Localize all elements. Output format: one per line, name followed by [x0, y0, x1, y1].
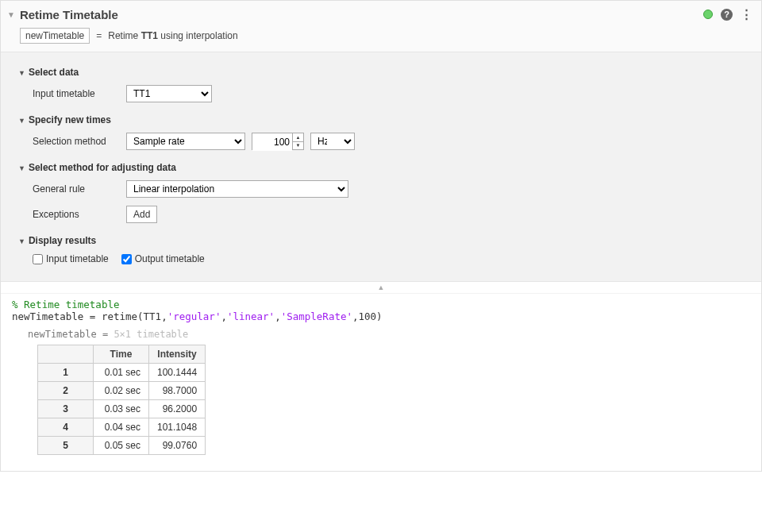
col-intensity: Intensity	[149, 345, 206, 364]
input-timetable-row: Input timetable TT1	[18, 81, 752, 106]
cell-time: 0.02 sec	[94, 382, 149, 400]
result-wrap: newTimetable = 5×1 timetable Time Intens…	[12, 322, 750, 461]
table-row: 40.04 sec101.1048	[38, 418, 206, 437]
result-table: Time Intensity 10.01 sec100.144420.02 se…	[37, 345, 206, 455]
table-header-row: Time Intensity	[38, 345, 206, 364]
chevron-down-icon: ▼	[18, 237, 25, 245]
summary-text: Retime TT1 using interpolation	[108, 30, 237, 41]
add-exception-button[interactable]: Add	[126, 206, 157, 223]
row-index: 3	[38, 400, 94, 418]
cell-intensity: 101.1048	[149, 418, 206, 437]
input-timetable-select[interactable]: TT1	[126, 85, 212, 102]
task-header: ▼ Retime Timetable ? ⋮	[1, 1, 761, 25]
chevron-down-icon: ▼	[18, 164, 25, 172]
section-specify-times-header[interactable]: ▼Specify new times	[18, 111, 752, 129]
cell-intensity: 96.2000	[149, 400, 206, 418]
header-actions: ? ⋮	[703, 7, 752, 21]
table-row: 30.03 sec96.2000	[38, 400, 206, 418]
result-header: newTimetable = 5×1 timetable	[26, 326, 750, 345]
output-variable-field[interactable]: newTimetable	[20, 28, 90, 44]
table-corner	[38, 345, 94, 364]
section-adjust-method: ▼Select method for adjusting data Genera…	[18, 159, 752, 227]
help-icon[interactable]: ?	[721, 9, 733, 21]
table-row: 10.01 sec100.1444	[38, 364, 206, 382]
row-index: 5	[38, 437, 94, 455]
cell-time: 0.04 sec	[94, 418, 149, 437]
spinner-up-icon[interactable]: ▲	[293, 133, 303, 142]
table-row: 20.02 sec98.7000	[38, 382, 206, 400]
input-timetable-checkbox-input[interactable]	[33, 254, 43, 264]
cell-intensity: 98.7000	[149, 382, 206, 400]
rate-unit-select[interactable]: Hz	[310, 133, 355, 150]
section-specify-times: ▼Specify new times Selection method Samp…	[18, 111, 752, 154]
output-timetable-checkbox-input[interactable]	[121, 254, 132, 264]
row-index: 1	[38, 364, 94, 382]
general-rule-select[interactable]: Linear interpolation	[126, 180, 348, 198]
selection-method-row: Selection method Sample rate ▲ ▼ Hz	[18, 129, 752, 154]
task-title: Retime Timetable	[20, 8, 703, 21]
code-comment: % Retime timetable	[12, 299, 119, 310]
row-index: 2	[38, 382, 94, 400]
spinner-down-icon[interactable]: ▼	[293, 142, 303, 150]
task-panel: ▼ Retime Timetable ? ⋮ newTimetable = Re…	[0, 0, 762, 472]
exceptions-label: Exceptions	[33, 209, 120, 220]
parameters-panel: ▼Select data Input timetable TT1 ▼Specif…	[1, 52, 761, 281]
general-rule-label: General rule	[33, 183, 120, 195]
col-time: Time	[94, 345, 149, 364]
code-divider-handle[interactable]: ▲	[1, 281, 761, 294]
code-area: % Retime timetable newTimetable = retime…	[1, 294, 761, 471]
cell-time: 0.03 sec	[94, 400, 149, 418]
output-timetable-checkbox[interactable]: Output timetable	[121, 253, 205, 264]
row-index: 4	[38, 418, 94, 437]
sample-rate-spinner[interactable]: ▲ ▼	[252, 133, 304, 150]
section-select-data-header[interactable]: ▼Select data	[18, 64, 752, 81]
section-display-results-header[interactable]: ▼Display results	[18, 232, 752, 249]
sample-rate-input[interactable]	[252, 133, 292, 151]
section-adjust-method-header[interactable]: ▼Select method for adjusting data	[18, 159, 752, 176]
table-row: 50.05 sec99.0760	[38, 437, 206, 455]
section-display-results: ▼Display results Input timetable Output …	[18, 232, 752, 268]
selection-method-label: Selection method	[33, 136, 120, 147]
cell-time: 0.05 sec	[94, 437, 149, 455]
input-timetable-checkbox[interactable]: Input timetable	[33, 253, 109, 264]
display-options-row: Input timetable Output timetable	[18, 249, 752, 268]
cell-intensity: 99.0760	[149, 437, 206, 455]
input-timetable-label: Input timetable	[33, 88, 120, 99]
cell-time: 0.01 sec	[94, 364, 149, 382]
cell-intensity: 100.1444	[149, 364, 206, 382]
kebab-menu-icon[interactable]: ⋮	[741, 7, 752, 21]
exceptions-row: Exceptions Add	[18, 202, 752, 227]
status-dot-icon	[703, 10, 713, 19]
general-rule-row: General rule Linear interpolation	[18, 176, 752, 202]
code-line: newTimetable = retime(TT1,'regular','lin…	[12, 310, 750, 322]
chevron-down-icon: ▼	[18, 69, 25, 77]
collapse-icon[interactable]: ▼	[7, 10, 15, 19]
equals-label: =	[96, 30, 102, 41]
section-select-data: ▼Select data Input timetable TT1	[18, 64, 752, 106]
selection-method-select[interactable]: Sample rate	[126, 133, 245, 150]
summary-row: newTimetable = Retime TT1 using interpol…	[1, 25, 761, 52]
chevron-down-icon: ▼	[18, 117, 25, 125]
